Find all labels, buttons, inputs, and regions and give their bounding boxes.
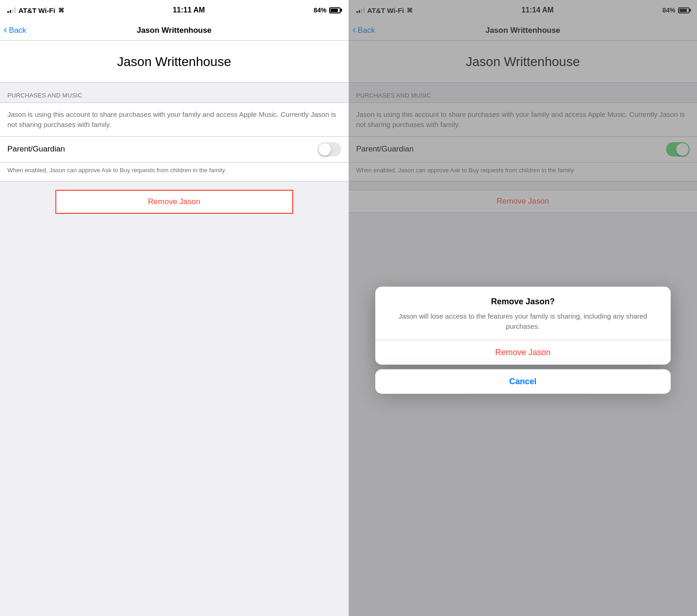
nav-bar-right: ‹ Back Jason Writtenhouse bbox=[349, 20, 697, 41]
left-status-right: AT&T Wi-Fi ⌘ bbox=[356, 6, 413, 14]
alert-box: Remove Jason? Jason will lose access to … bbox=[375, 287, 671, 365]
nav-title-right: Jason Writtenhouse bbox=[486, 26, 560, 35]
back-label-right: Back bbox=[358, 26, 375, 35]
carrier-label-right: AT&T Wi-Fi bbox=[367, 6, 404, 14]
alert-title: Remove Jason? bbox=[386, 297, 660, 307]
wifi-icon: ⌘ bbox=[58, 7, 64, 14]
parent-guardian-toggle-right[interactable] bbox=[666, 142, 690, 157]
card-text-left: Jason is using this account to share pur… bbox=[0, 103, 348, 137]
remove-jason-partial-right: Remove Jason bbox=[349, 190, 697, 213]
battery-percent-right: 84% bbox=[662, 6, 675, 14]
section-purchases-left: PURCHASES AND MUSIC bbox=[0, 83, 348, 103]
left-status: AT&T Wi-Fi ⌘ bbox=[7, 6, 64, 14]
purchases-card-right: Jason is using this account to share pur… bbox=[349, 103, 697, 181]
profile-header-right: Jason Writtenhouse bbox=[349, 41, 697, 83]
card-text-right: Jason is using this account to share pur… bbox=[349, 103, 697, 137]
alert-cancel-label: Cancel bbox=[509, 376, 536, 386]
guardian-description-left: When enabled, Jason can approve Ask to B… bbox=[0, 163, 348, 181]
content-left: Jason Writtenhouse PURCHASES AND MUSIC J… bbox=[0, 41, 348, 616]
alert-cancel-button[interactable]: Cancel bbox=[375, 369, 671, 393]
guardian-description-right: When enabled, Jason can approve Ask to B… bbox=[349, 163, 697, 181]
left-panel: AT&T Wi-Fi ⌘ 11:11 AM 84% ‹ Back Jason W… bbox=[0, 0, 348, 616]
right-status: 84% bbox=[313, 6, 341, 14]
profile-name-left: Jason Writtenhouse bbox=[9, 54, 339, 69]
battery-icon bbox=[329, 7, 341, 13]
time-label: 11:11 AM bbox=[173, 6, 205, 14]
right-panel: AT&T Wi-Fi ⌘ 11:14 AM 84% ‹ Back Jason W… bbox=[349, 0, 697, 616]
remove-jason-label-left: Remove Jason bbox=[148, 197, 200, 206]
alert-confirm-button[interactable]: Remove Jason bbox=[375, 340, 671, 364]
nav-title-left: Jason Writtenhouse bbox=[137, 26, 211, 35]
remove-jason-partial-label: Remove Jason bbox=[497, 197, 549, 205]
parent-guardian-toggle-left[interactable] bbox=[318, 142, 341, 157]
status-bar-right: AT&T Wi-Fi ⌘ 11:14 AM 84% bbox=[349, 0, 697, 20]
remove-jason-button-left[interactable]: Remove Jason bbox=[56, 191, 292, 213]
alert-message: Jason will lose access to the features y… bbox=[386, 311, 660, 332]
chevron-left-icon: ‹ bbox=[4, 25, 7, 35]
back-button-right[interactable]: ‹ Back bbox=[353, 26, 375, 35]
parent-guardian-label-right: Parent/Guardian bbox=[356, 145, 414, 154]
signal-icon bbox=[7, 7, 16, 13]
wifi-icon-right: ⌘ bbox=[407, 7, 413, 14]
alert-confirm-label: Remove Jason bbox=[495, 347, 551, 356]
right-status-right: 84% bbox=[662, 6, 690, 14]
carrier-label: AT&T Wi-Fi bbox=[18, 6, 55, 14]
profile-header-left: Jason Writtenhouse bbox=[0, 41, 348, 83]
toggle-knob-right bbox=[676, 143, 689, 156]
toggle-knob-left bbox=[318, 143, 331, 156]
nav-bar-left: ‹ Back Jason Writtenhouse bbox=[0, 20, 348, 41]
section-purchases-right: PURCHASES AND MUSIC bbox=[349, 83, 697, 103]
remove-highlight-box: Remove Jason bbox=[55, 190, 293, 214]
back-button-left[interactable]: ‹ Back bbox=[4, 26, 26, 35]
parent-guardian-label-left: Parent/Guardian bbox=[7, 145, 65, 154]
profile-name-right: Jason Writtenhouse bbox=[358, 54, 688, 69]
battery-icon-right bbox=[678, 7, 690, 13]
status-bar-left: AT&T Wi-Fi ⌘ 11:11 AM 84% bbox=[0, 0, 348, 20]
parent-guardian-row-left[interactable]: Parent/Guardian bbox=[0, 137, 348, 163]
alert-content: Remove Jason? Jason will lose access to … bbox=[375, 287, 671, 340]
back-label-left: Back bbox=[9, 26, 26, 35]
parent-guardian-row-right[interactable]: Parent/Guardian bbox=[349, 137, 697, 163]
battery-percent: 84% bbox=[313, 6, 326, 14]
signal-icon-right bbox=[356, 7, 365, 13]
alert-container: Remove Jason? Jason will lose access to … bbox=[375, 287, 671, 394]
purchases-card-left: Jason is using this account to share pur… bbox=[0, 103, 348, 181]
chevron-left-icon-right: ‹ bbox=[353, 25, 356, 35]
time-label-right: 11:14 AM bbox=[522, 6, 554, 14]
